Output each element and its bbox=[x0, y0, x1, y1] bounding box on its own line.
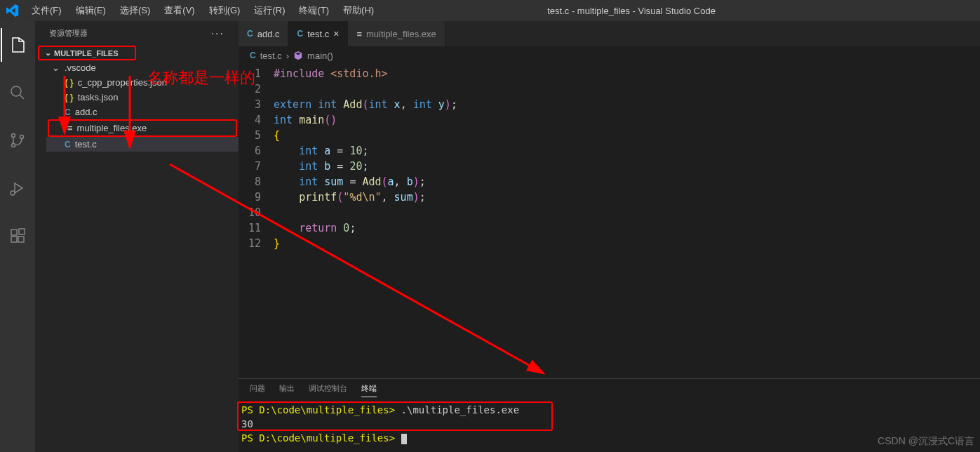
tabs: C add.c C test.c × ≡ multiple_files.exe bbox=[239, 21, 980, 46]
breadcrumb-file: test.c bbox=[260, 51, 282, 61]
panel: 问题 输出 调试控制台 终端 PS D:\code\multiple_files… bbox=[239, 378, 980, 452]
exe-file-icon: ≡ bbox=[356, 29, 362, 39]
terminal-cursor bbox=[401, 434, 407, 444]
c-file-icon: C bbox=[247, 29, 253, 39]
tree-file-test-c[interactable]: C test.c bbox=[46, 137, 239, 152]
folder-name: MULTIPLE_FILES bbox=[54, 49, 118, 58]
menu-select[interactable]: 选择(S) bbox=[113, 0, 157, 21]
source-control-icon[interactable] bbox=[1, 124, 34, 157]
tree-label: test.c bbox=[75, 139, 97, 149]
exe-file-icon: ≡ bbox=[67, 123, 73, 133]
tree-label: tasks.json bbox=[78, 92, 119, 102]
svg-rect-7 bbox=[18, 237, 24, 242]
tree-label: multiple_files.exe bbox=[77, 123, 147, 133]
extensions-icon[interactable] bbox=[1, 219, 34, 253]
breadcrumb-symbol: main() bbox=[307, 51, 333, 61]
code-content[interactable]: #include <stdio.h> extern int Add(int x,… bbox=[274, 65, 980, 378]
menu-help[interactable]: 帮助(H) bbox=[336, 0, 381, 21]
chevron-down-icon: ⌄ bbox=[45, 48, 51, 58]
terminal[interactable]: PS D:\code\multiple_files> .\multiple_fi… bbox=[239, 401, 980, 446]
menu-run[interactable]: 运行(R) bbox=[247, 0, 292, 21]
json-icon: { } bbox=[65, 78, 74, 88]
c-file-icon: C bbox=[297, 29, 303, 39]
svg-point-1 bbox=[12, 134, 15, 138]
titlebar: 文件(F) 编辑(E) 选择(S) 查看(V) 转到(G) 运行(R) 终端(T… bbox=[0, 0, 980, 21]
menu-file[interactable]: 文件(F) bbox=[25, 0, 69, 21]
tree-file-add-c[interactable]: C add.c bbox=[46, 105, 239, 119]
svg-rect-8 bbox=[19, 229, 25, 234]
tab-label: multiple_files.exe bbox=[366, 29, 436, 39]
tab-add-c[interactable]: C add.c bbox=[239, 21, 288, 46]
tab-test-c[interactable]: C test.c × bbox=[288, 21, 348, 46]
svg-point-4 bbox=[11, 191, 15, 195]
breadcrumb-sep: › bbox=[286, 51, 289, 61]
tree-label: .vscode bbox=[65, 62, 96, 73]
panel-tab-debug-console[interactable]: 调试控制台 bbox=[309, 383, 347, 397]
tree-file-tasks[interactable]: { } tasks.json bbox=[46, 90, 239, 105]
window-title: test.c - multiple_files - Visual Studio … bbox=[381, 6, 882, 16]
vscode-icon bbox=[0, 4, 25, 17]
svg-point-3 bbox=[20, 135, 24, 139]
terminal-prompt: PS D:\code\multiple_files> bbox=[241, 432, 395, 444]
panel-tab-output[interactable]: 输出 bbox=[279, 383, 295, 397]
activity-bar bbox=[0, 21, 35, 452]
cube-icon bbox=[293, 51, 303, 60]
svg-point-0 bbox=[11, 86, 21, 96]
c-file-icon: C bbox=[65, 140, 71, 149]
watermark: CSDN @沉浸式C语言 bbox=[878, 435, 974, 448]
c-file-icon: C bbox=[65, 107, 71, 117]
breadcrumb[interactable]: C test.c › main() bbox=[239, 46, 980, 65]
tab-exe[interactable]: ≡ multiple_files.exe bbox=[348, 21, 445, 46]
chevron-down-icon: ⌄ bbox=[52, 62, 60, 73]
editor[interactable]: 123456789101112 #include <stdio.h> exter… bbox=[239, 65, 980, 378]
annotation-text: 名称都是一样的 bbox=[147, 67, 255, 88]
explorer-icon[interactable] bbox=[1, 28, 34, 62]
menu-bar: 文件(F) 编辑(E) 选择(S) 查看(V) 转到(G) 运行(R) 终端(T… bbox=[25, 0, 381, 21]
tree-file-exe[interactable]: ≡ multiple_files.exe bbox=[48, 119, 237, 137]
svg-rect-5 bbox=[11, 230, 17, 235]
tab-label: add.c bbox=[257, 29, 280, 39]
tree-label: add.c bbox=[75, 107, 98, 117]
search-icon[interactable] bbox=[1, 76, 34, 109]
svg-rect-6 bbox=[11, 237, 17, 242]
sidebar-more-icon[interactable]: ··· bbox=[211, 27, 224, 40]
editor-area: C add.c C test.c × ≡ multiple_files.exe … bbox=[239, 21, 980, 452]
json-icon: { } bbox=[65, 93, 74, 102]
svg-point-2 bbox=[12, 144, 15, 147]
panel-tab-terminal[interactable]: 终端 bbox=[361, 383, 377, 397]
tab-label: test.c bbox=[307, 29, 329, 39]
debug-icon[interactable] bbox=[1, 171, 34, 205]
menu-goto[interactable]: 转到(G) bbox=[202, 0, 248, 21]
gutter: 123456789101112 bbox=[239, 65, 274, 378]
menu-edit[interactable]: 编辑(E) bbox=[69, 0, 113, 21]
folder-header[interactable]: ⌄ MULTIPLE_FILES bbox=[38, 46, 136, 60]
close-icon[interactable]: × bbox=[333, 28, 339, 39]
c-file-icon: C bbox=[250, 51, 256, 60]
panel-tab-problems[interactable]: 问题 bbox=[250, 383, 265, 397]
menu-terminal[interactable]: 终端(T) bbox=[292, 0, 336, 21]
sidebar-title: 资源管理器 bbox=[49, 28, 88, 39]
menu-view[interactable]: 查看(V) bbox=[157, 0, 201, 21]
